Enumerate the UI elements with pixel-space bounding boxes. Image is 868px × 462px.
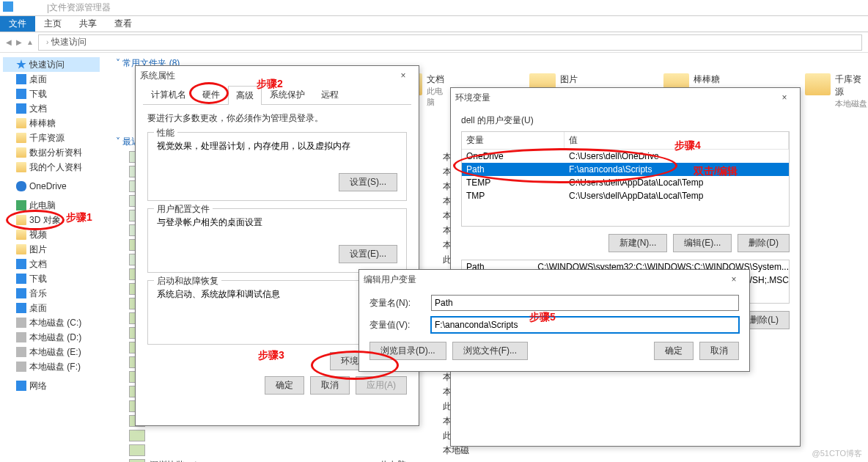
disk-icon bbox=[16, 318, 26, 328]
tab-remote[interactable]: 远程 bbox=[313, 85, 347, 104]
desktop-icon bbox=[16, 74, 26, 84]
nav-thispc[interactable]: 此电脑 bbox=[3, 198, 100, 213]
nav-documents2[interactable]: 文档 bbox=[3, 257, 100, 271]
address-bar: ◀ ▶ ▲ › 快速访问 bbox=[0, 32, 868, 53]
file-thumb bbox=[129, 430, 145, 441]
nav-videos[interactable]: 视频 bbox=[3, 227, 100, 242]
new-button[interactable]: 新建(N)... bbox=[608, 234, 668, 252]
nav-shuju[interactable]: 数据分析资料 bbox=[3, 145, 100, 160]
var-name-row: 变量名(N): bbox=[369, 295, 739, 311]
perf-group: 性能 视觉效果，处理器计划，内存使用，以及虚拟内存 设置(S)... bbox=[147, 132, 407, 201]
music-icon bbox=[16, 288, 26, 298]
nav-pictures[interactable]: 图片 bbox=[3, 242, 100, 257]
perf-settings-button[interactable]: 设置(S)... bbox=[339, 173, 397, 191]
var-name-label: 变量名(N): bbox=[369, 297, 421, 309]
up-icon[interactable]: ▲ bbox=[26, 38, 34, 46]
list-header: 变量值 bbox=[462, 132, 789, 150]
back-icon[interactable]: ◀ bbox=[6, 38, 12, 46]
tab-file[interactable]: 文件 bbox=[0, 16, 35, 32]
breadcrumb-root[interactable]: 快速访问 bbox=[51, 36, 87, 48]
sysprop-tabs: 计算机名 硬件 高级 系统保护 远程 bbox=[143, 85, 411, 105]
ok-button[interactable]: 确定 bbox=[265, 376, 304, 395]
titlebar: | 文件资源管理器 bbox=[0, 0, 868, 16]
nav-network[interactable]: 网络 bbox=[3, 378, 100, 393]
nav-diskd[interactable]: 本地磁盘 (D:) bbox=[3, 330, 100, 345]
folder-icon bbox=[16, 118, 26, 128]
document-icon bbox=[16, 103, 26, 114]
folder-icon bbox=[805, 73, 831, 95]
list-row[interactable]: TMPC:\Users\dell\AppData\Local\Temp bbox=[462, 189, 789, 202]
file-row-png[interactable]: 深圳快装ppt.png此电脑 bbox=[129, 458, 862, 462]
nav-onedrive[interactable]: OneDrive bbox=[3, 179, 100, 194]
var-value-input[interactable] bbox=[431, 317, 739, 333]
video-icon bbox=[16, 230, 26, 240]
document-icon bbox=[16, 259, 26, 269]
nav-diskc[interactable]: 本地磁盘 (C:) bbox=[3, 315, 100, 330]
folder-icon bbox=[16, 147, 26, 158]
disk-icon bbox=[16, 332, 26, 342]
file-thumb bbox=[129, 444, 145, 456]
dialog-title: 环境变量 bbox=[455, 92, 490, 104]
desktop-icon bbox=[16, 303, 26, 313]
window-title: 文件资源管理器 bbox=[49, 1, 111, 14]
dialog-titlebar: 环境变量 × bbox=[451, 88, 800, 107]
nav-downloads[interactable]: 下载 bbox=[3, 87, 100, 101]
pc-icon bbox=[16, 200, 26, 210]
tab-view[interactable]: 查看 bbox=[106, 16, 141, 32]
dialog-titlebar: 系统属性 × bbox=[136, 66, 419, 85]
nav-desktop2[interactable]: 桌面 bbox=[3, 301, 100, 315]
dialog-titlebar: 编辑用户变量 × bbox=[359, 270, 749, 289]
close-icon[interactable]: × bbox=[773, 92, 795, 103]
edit-button[interactable]: 编辑(E)... bbox=[673, 234, 732, 252]
nav-pane: 快速访问 桌面 下载 文档 棒棒糖 千库资源 数据分析资料 我的个人资料 One… bbox=[0, 53, 103, 462]
admin-note: 要进行大多数更改，你必须作为管理员登录。 bbox=[147, 112, 407, 125]
var-value-label: 变量值(V): bbox=[369, 319, 421, 331]
forward-icon[interactable]: ▶ bbox=[16, 38, 22, 46]
folder-qianku[interactable]: 千库资源本地磁盘 bbox=[805, 73, 868, 109]
list-row[interactable]: TEMPC:\Users\dell\AppData\Local\Temp bbox=[462, 176, 789, 189]
tab-system-protection[interactable]: 系统保护 bbox=[262, 85, 313, 104]
cancel-button[interactable]: 取消 bbox=[310, 376, 350, 395]
nav-documents[interactable]: 文档 bbox=[3, 101, 100, 116]
close-icon[interactable]: × bbox=[392, 70, 414, 81]
cancel-button[interactable]: 取消 bbox=[699, 342, 739, 360]
disk-icon bbox=[16, 362, 26, 372]
nav-bangbang[interactable]: 棒棒糖 bbox=[3, 116, 100, 131]
user-vars-list[interactable]: 变量值 OneDriveC:\Users\dell\OneDrive PathF… bbox=[461, 131, 790, 227]
browse-dir-button[interactable]: 浏览目录(D)... bbox=[369, 342, 446, 360]
env-vars-dialog: 环境变量 × dell 的用户变量(U) 变量值 OneDriveC:\User… bbox=[450, 87, 801, 447]
nav-3dobjects[interactable]: 3D 对象 bbox=[3, 213, 100, 227]
list-row[interactable]: OneDriveC:\Users\dell\OneDrive bbox=[462, 150, 789, 163]
nav-quick-access[interactable]: 快速访问 bbox=[3, 57, 100, 72]
network-icon bbox=[16, 381, 26, 391]
dialog-title: 系统属性 bbox=[140, 70, 175, 82]
delete-button[interactable]: 删除(D) bbox=[738, 234, 790, 252]
nav-diske[interactable]: 本地磁盘 (E:) bbox=[3, 345, 100, 359]
list-row-selected[interactable]: PathF:\ananconda\Scripts bbox=[462, 163, 789, 176]
tab-home[interactable]: 主页 bbox=[35, 16, 70, 32]
folder-icon bbox=[16, 215, 26, 225]
ok-button[interactable]: 确定 bbox=[654, 342, 694, 360]
image-thumb bbox=[129, 459, 145, 462]
quick-access-toolbar bbox=[3, 1, 47, 14]
close-icon[interactable]: × bbox=[723, 274, 745, 285]
nav-desktop[interactable]: 桌面 bbox=[3, 72, 100, 87]
breadcrumb[interactable]: › 快速访问 bbox=[38, 34, 862, 51]
tab-advanced[interactable]: 高级 bbox=[228, 86, 262, 105]
nav-qianku[interactable]: 千库资源 bbox=[3, 131, 100, 145]
nav-diskf[interactable]: 本地磁盘 (F:) bbox=[3, 359, 100, 374]
tab-share[interactable]: 共享 bbox=[70, 16, 106, 32]
userprofile-settings-button[interactable]: 设置(E)... bbox=[339, 245, 397, 263]
user-vars-label: dell 的用户变量(U) bbox=[451, 107, 800, 127]
browse-file-button[interactable]: 浏览文件(F)... bbox=[452, 342, 528, 360]
folder-icon bbox=[16, 133, 26, 143]
var-name-input[interactable] bbox=[431, 295, 739, 311]
nav-wode[interactable]: 我的个人资料 bbox=[3, 160, 100, 175]
download-icon bbox=[16, 89, 26, 99]
folder-icon bbox=[16, 162, 26, 172]
apply-button[interactable]: 应用(A) bbox=[356, 376, 407, 395]
nav-music[interactable]: 音乐 bbox=[3, 286, 100, 301]
nav-downloads2[interactable]: 下载 bbox=[3, 271, 100, 286]
tab-hardware[interactable]: 硬件 bbox=[194, 85, 228, 104]
tab-computer-name[interactable]: 计算机名 bbox=[143, 85, 194, 104]
